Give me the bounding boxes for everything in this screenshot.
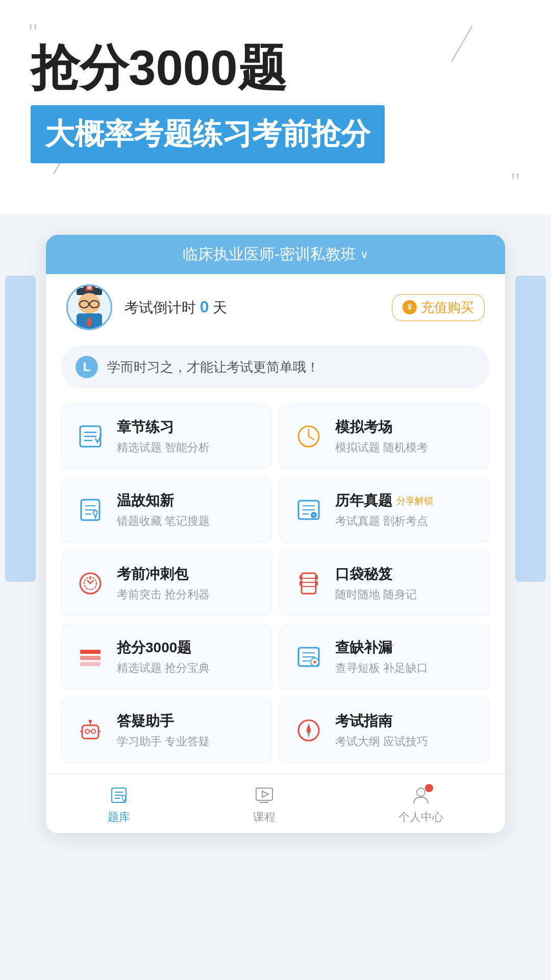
svg-rect-54	[256, 788, 272, 800]
mock-exam-text: 模拟考场 模拟试题 随机模考	[335, 418, 428, 455]
recharge-button[interactable]: ¥ 充值购买	[392, 294, 485, 321]
fillgap-icon	[294, 643, 323, 671]
exam-guide-text: 考试指南 考试大纲 应试技巧	[335, 712, 428, 749]
notice-text: 学而时习之，才能让考试更简单哦！	[107, 358, 319, 376]
chapter-practice-sub: 精选试题 智能分析	[117, 440, 210, 455]
countdown-unit: 天	[213, 300, 227, 315]
class-title: 临床执业医师-密训私教班	[183, 244, 356, 265]
pocket-tips-text: 口袋秘笈 随时随地 随身记	[335, 565, 417, 602]
svg-point-43	[89, 720, 92, 723]
svg-marker-55	[262, 791, 268, 797]
tab-bar: 题库 课程	[46, 773, 505, 833]
grab-3000-text: 抢分3000题 精选试题 抢分宝典	[117, 638, 210, 676]
sprint-pack-text: 考前冲刺包 考前突击 抢分利器	[117, 565, 210, 602]
qa-assistant-sub: 学习助手 专业答疑	[117, 734, 210, 749]
svg-point-40	[91, 729, 95, 733]
sprint-pack-icon-wrap	[74, 567, 107, 600]
quote-close-icon: "	[510, 169, 520, 194]
avatar: 题	[66, 284, 112, 330]
grab-icon	[76, 643, 105, 671]
profile-row: 题 考试倒计时 0 天 ¥ 充值	[46, 274, 505, 340]
chapter-icon	[76, 422, 105, 451]
tab-courses[interactable]: 课程	[253, 784, 276, 825]
profile-tab-label: 个人中心	[398, 810, 443, 825]
exam-guide-title: 考试指南	[335, 712, 428, 731]
menu-item-pocket-tips[interactable]: 口袋秘笈 随时随地 随身记	[280, 551, 490, 616]
qa-assistant-text: 答疑助手 学习助手 专业答疑	[117, 712, 210, 749]
pocket-tips-icon-wrap	[292, 567, 325, 600]
review-notes-title: 温故知新	[117, 491, 210, 510]
hero-title: 抢分3000题	[31, 41, 520, 95]
menu-item-sprint-pack[interactable]: 考前冲刺包 考前突击 抢分利器	[61, 551, 271, 616]
review-icon	[76, 496, 105, 524]
review-notes-icon-wrap	[74, 494, 107, 526]
courses-tab-label: 课程	[253, 810, 276, 825]
unlock-badge: 分享解锁	[396, 495, 433, 507]
svg-rect-25	[316, 575, 318, 579]
compass-icon	[294, 716, 323, 745]
chapter-practice-title: 章节练习	[117, 418, 210, 437]
review-notes-sub: 错题收藏 笔记搜题	[117, 513, 210, 529]
past-exam-icon	[294, 496, 323, 524]
svg-rect-30	[80, 662, 101, 666]
avatar-tie	[87, 317, 92, 328]
coin-icon: ¥	[403, 300, 417, 314]
side-decoration-left	[5, 276, 36, 582]
sprint-pack-title: 考前冲刺包	[117, 565, 210, 584]
fill-gaps-text: 查缺补漏 查寻短板 补足缺口	[335, 638, 428, 676]
menu-item-past-exams[interactable]: 历年真题 分享解锁 考试真题 剖析考点	[280, 477, 490, 543]
svg-point-39	[85, 729, 89, 733]
qa-assistant-title: 答疑助手	[117, 712, 210, 731]
svg-point-57	[417, 788, 425, 796]
courses-tab-icon	[253, 784, 276, 806]
avatar-head	[78, 293, 101, 313]
mock-exam-sub: 模拟试题 随机模考	[335, 440, 428, 455]
menu-grid: 章节练习 精选试题 智能分析 模拟考场 模拟试题 随机模考	[46, 394, 505, 773]
notice-icon: L	[76, 356, 98, 378]
grab-3000-icon-wrap	[74, 641, 107, 673]
class-header[interactable]: 临床执业医师-密训私教班 ∨	[46, 235, 505, 274]
grab-3000-title: 抢分3000题	[117, 638, 210, 657]
past-exams-icon-wrap	[292, 494, 325, 526]
pocket-tips-sub: 随时随地 随身记	[335, 587, 417, 602]
pocket-tips-title: 口袋秘笈	[335, 565, 417, 584]
menu-item-exam-guide[interactable]: 考试指南 考试大纲 应试技巧	[280, 698, 490, 763]
countdown-label: 考试倒计时	[124, 300, 196, 315]
menu-item-mock-exam[interactable]: 模拟考场 模拟试题 随机模考	[280, 404, 490, 469]
svg-rect-24	[299, 575, 302, 579]
sprint-icon	[76, 569, 105, 598]
mock-exam-title: 模拟考场	[335, 418, 428, 437]
recharge-label: 充值购买	[421, 299, 474, 316]
menu-item-qa-assistant[interactable]: 答疑助手 学习助手 专业答疑	[61, 698, 271, 763]
menu-item-fill-gaps[interactable]: 查缺补漏 查寻短板 补足缺口	[280, 624, 490, 690]
svg-rect-29	[80, 656, 101, 660]
svg-rect-28	[80, 650, 101, 654]
fill-gaps-title: 查缺补漏	[335, 638, 428, 657]
edit-icon	[108, 784, 130, 806]
menu-item-chapter-practice[interactable]: 章节练习 精选试题 智能分析	[61, 404, 271, 469]
question-bank-tab-icon	[108, 784, 130, 806]
clock-icon	[294, 422, 323, 451]
pocket-icon	[294, 569, 323, 598]
countdown-area: 考试倒计时 0 天	[124, 298, 380, 317]
countdown-value: 0	[200, 298, 209, 316]
mock-exam-icon-wrap	[292, 420, 325, 453]
review-notes-text: 温故知新 错题收藏 笔记搜题	[117, 491, 210, 529]
notice-bar: L 学而时习之，才能让考试更简单哦！	[61, 346, 490, 388]
exam-guide-icon-wrap	[292, 714, 325, 747]
chapter-practice-text: 章节练习 精选试题 智能分析	[117, 418, 210, 455]
menu-item-grab-3000[interactable]: 抢分3000题 精选试题 抢分宝典	[61, 624, 271, 690]
chapter-practice-icon-wrap	[74, 420, 107, 453]
question-bank-tab-label: 题库	[108, 810, 130, 825]
fill-gaps-sub: 查寻短板 补足缺口	[335, 660, 428, 676]
profile-tab-icon	[410, 784, 432, 806]
menu-item-review-notes[interactable]: 温故知新 错题收藏 笔记搜题	[61, 477, 271, 543]
countdown-text: 考试倒计时 0 天	[124, 298, 380, 317]
tab-question-bank[interactable]: 题库	[108, 784, 130, 825]
avatar-suit	[77, 313, 102, 329]
sprint-pack-sub: 考前突击 抢分利器	[117, 587, 210, 602]
past-exams-text: 历年真题 分享解锁 考试真题 剖析考点	[335, 491, 433, 529]
hero-section: " 抢分3000题 大概率考题练习考前抢分 "	[0, 0, 551, 214]
chevron-down-icon: ∨	[360, 248, 368, 261]
tab-profile[interactable]: 个人中心	[398, 784, 443, 825]
